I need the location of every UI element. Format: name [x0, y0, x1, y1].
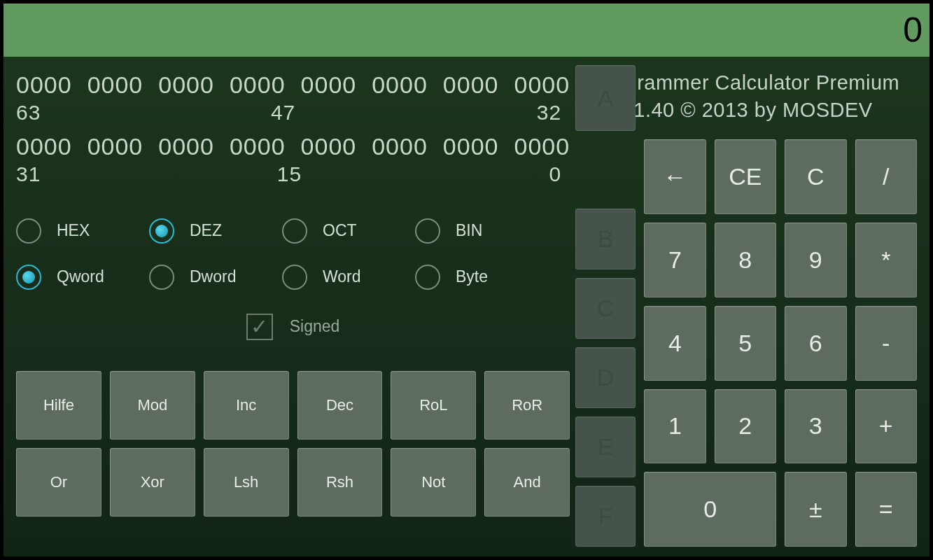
and-button[interactable]: And: [484, 448, 570, 517]
size-row: QwordDwordWordByte: [16, 265, 570, 290]
bit-label: 0: [549, 160, 561, 189]
inc-button[interactable]: Inc: [204, 371, 289, 440]
bit-nibble[interactable]: 0000: [16, 131, 72, 163]
bit-nibble[interactable]: 0000: [230, 69, 286, 102]
bit-nibble[interactable]: 0000: [87, 69, 143, 102]
xor-button[interactable]: Xor: [110, 448, 195, 517]
digit-5-button[interactable]: 5: [715, 306, 776, 381]
result-value: 0: [903, 10, 923, 50]
hex-c-button: C: [575, 278, 636, 339]
rol-button[interactable]: RoL: [391, 371, 476, 440]
hex-f-button: F: [575, 486, 636, 547]
radio-icon: [16, 265, 41, 290]
signed-row: ✓ Signed: [16, 314, 570, 340]
bit-display: 00000000000000000000000000000000 63 47 3…: [16, 69, 570, 193]
bit-nibble[interactable]: 0000: [514, 131, 570, 163]
bit-labels-low: 31 15 0: [16, 160, 570, 189]
right-panel: Programmer Calculator Premium V1.40 © 20…: [575, 69, 917, 547]
rsh-button[interactable]: Rsh: [297, 448, 383, 517]
radio-label: HEX: [57, 221, 90, 240]
clear-entry-button[interactable]: CE: [715, 139, 776, 214]
digit-0-button[interactable]: 0: [644, 472, 776, 547]
bit-nibble[interactable]: 0000: [443, 131, 499, 163]
digit-9-button[interactable]: 9: [785, 223, 846, 298]
radio-label: OCT: [323, 221, 357, 240]
radio-label: BIN: [456, 221, 482, 240]
lsh-button[interactable]: Lsh: [204, 448, 289, 517]
bit-nibble[interactable]: 0000: [301, 131, 357, 163]
digit-7-button[interactable]: 7: [644, 223, 706, 298]
bit-nibble[interactable]: 0000: [230, 131, 286, 163]
clear-button[interactable]: C: [785, 139, 846, 214]
bit-nibble[interactable]: 0000: [16, 69, 72, 102]
digit-3-button[interactable]: 3: [785, 389, 846, 464]
radio-word[interactable]: Word: [282, 265, 394, 290]
calculator-app: 0 00000000000000000000000000000000 63 47…: [3, 4, 930, 556]
digit-4-button[interactable]: 4: [644, 306, 706, 381]
radio-label: DEZ: [190, 221, 222, 240]
radio-label: Byte: [456, 267, 488, 286]
equals-button[interactable]: =: [855, 472, 917, 547]
radio-icon: [282, 218, 307, 244]
mod-button[interactable]: Mod: [110, 371, 195, 440]
operation-grid: HilfeModIncDecRoLRoROrXorLshRshNotAnd: [16, 371, 570, 517]
hex-key-column: ABCDEF: [575, 139, 636, 547]
or-button[interactable]: Or: [16, 448, 101, 517]
radio-hex[interactable]: HEX: [16, 218, 128, 244]
radio-byte[interactable]: Byte: [415, 265, 527, 290]
radio-qword[interactable]: Qword: [16, 265, 128, 290]
bit-nibble[interactable]: 0000: [514, 69, 570, 102]
bit-label: 31: [16, 160, 41, 189]
digit-2-button[interactable]: 2: [715, 389, 776, 464]
plus-minus-button[interactable]: ±: [785, 472, 846, 547]
radio-icon: [415, 218, 440, 244]
subtract-button[interactable]: -: [855, 306, 917, 381]
radio-dword[interactable]: Dword: [149, 265, 261, 290]
bit-label: 15: [277, 160, 302, 189]
radio-icon: [282, 265, 307, 290]
radix-row: HEXDEZOCTBIN: [16, 218, 570, 244]
divide-button[interactable]: /: [855, 139, 917, 214]
digit-6-button[interactable]: 6: [785, 306, 846, 381]
bit-nibble[interactable]: 0000: [87, 131, 143, 163]
bit-nibble[interactable]: 0000: [158, 131, 214, 163]
bit-label: 47: [271, 99, 295, 127]
dec-button[interactable]: Dec: [297, 371, 383, 440]
radio-dez[interactable]: DEZ: [149, 218, 261, 244]
digit-8-button[interactable]: 8: [715, 223, 776, 298]
ror-button[interactable]: RoR: [484, 371, 570, 440]
not-button[interactable]: Not: [391, 448, 476, 517]
hex-a-button: A: [575, 65, 636, 131]
digit-1-button[interactable]: 1: [644, 389, 706, 464]
left-panel: 00000000000000000000000000000000 63 47 3…: [16, 69, 570, 547]
radio-icon: [16, 218, 41, 244]
main-area: 00000000000000000000000000000000 63 47 3…: [3, 57, 930, 556]
check-icon: ✓: [251, 316, 268, 337]
multiply-button[interactable]: *: [855, 223, 917, 298]
radio-label: Dword: [190, 267, 236, 286]
backspace-button[interactable]: ←: [644, 139, 706, 214]
bit-nibble[interactable]: 0000: [443, 69, 499, 102]
hex-d-button: D: [575, 347, 636, 408]
bit-nibble[interactable]: 0000: [158, 69, 214, 102]
bit-labels-high: 63 47 32: [16, 99, 570, 127]
signed-label: Signed: [290, 317, 340, 336]
radio-bin[interactable]: BIN: [415, 218, 527, 244]
radio-oct[interactable]: OCT: [282, 218, 394, 244]
bit-row-low: 00000000000000000000000000000000: [16, 131, 570, 163]
radio-label: Word: [323, 267, 361, 286]
bit-nibble[interactable]: 0000: [372, 131, 428, 163]
bit-label: 63: [16, 99, 41, 127]
hex-e-button: E: [575, 416, 636, 477]
radio-icon: [149, 218, 174, 244]
radio-block: HEXDEZOCTBIN QwordDwordWordByte: [16, 218, 570, 290]
bit-nibble[interactable]: 0000: [301, 69, 357, 102]
numeric-keypad: ← CE C / 7 8 9 * 4 5 6 - 1 2 3 + 0: [644, 139, 917, 547]
hex-b-button: B: [575, 209, 636, 270]
hilfe-button[interactable]: Hilfe: [16, 371, 101, 440]
bit-nibble[interactable]: 0000: [372, 69, 428, 102]
radio-icon: [149, 265, 174, 290]
add-button[interactable]: +: [855, 389, 917, 464]
signed-checkbox[interactable]: ✓: [246, 314, 273, 340]
bit-label: 32: [537, 99, 561, 127]
